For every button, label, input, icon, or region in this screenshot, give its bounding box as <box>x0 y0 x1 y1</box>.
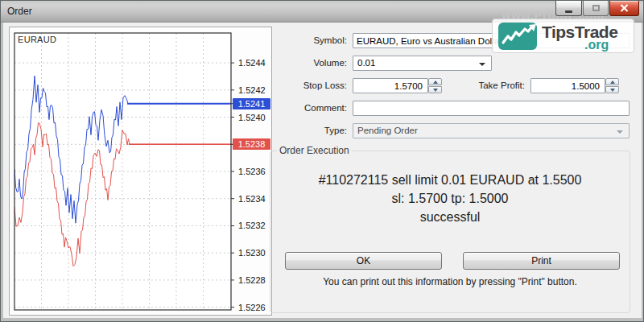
type-label: Type: <box>277 126 347 135</box>
execution-line-2: sl: 1.5700 tp: 1.5000 <box>270 189 630 208</box>
stop-loss-label: Stop Loss: <box>277 80 347 90</box>
comment-field[interactable] <box>353 101 630 116</box>
dialog-body: EURAUD 1.52441.52421.52401.52361.52341.5… <box>3 23 642 318</box>
take-profit-spinner <box>530 78 619 93</box>
brand-suffix: .org <box>584 38 609 52</box>
chevron-down-icon <box>479 63 485 66</box>
close-icon <box>620 4 629 12</box>
order-dialog: Order EURAUD 1.52441.52421.52401.52361.5… <box>0 0 644 322</box>
type-combobox[interactable]: Pending Order <box>353 123 630 138</box>
symbol-label: Symbol: <box>277 35 347 45</box>
group-label: Order Execution <box>277 145 352 156</box>
arrow-up-icon <box>433 80 438 84</box>
ok-button[interactable]: OK <box>285 252 442 270</box>
tipstrade-logo: TipsTrade .org <box>492 19 634 53</box>
chart-arrow-icon <box>498 22 539 51</box>
stop-loss-spinner <box>353 78 442 93</box>
window-title: Order <box>7 6 32 17</box>
arrow-up-icon <box>610 80 615 84</box>
chart-symbol-label: EURAUD <box>18 35 56 44</box>
volume-value: 0.01 <box>357 58 375 68</box>
volume-combobox[interactable]: 0.01 <box>353 56 492 71</box>
maximize-button[interactable] <box>583 1 609 16</box>
tick-chart <box>10 27 271 315</box>
maximize-icon <box>592 5 600 11</box>
stop-loss-decrement-button[interactable] <box>428 86 442 93</box>
close-button[interactable] <box>609 1 639 16</box>
chevron-down-icon <box>617 130 623 134</box>
take-profit-label: Take Profit: <box>454 80 525 90</box>
volume-label: Volume: <box>277 58 347 68</box>
stop-loss-input[interactable] <box>353 78 428 93</box>
take-profit-input[interactable] <box>530 78 605 93</box>
arrow-down-icon <box>610 89 615 92</box>
take-profit-decrement-button[interactable] <box>605 86 619 93</box>
execution-line-1: #110272115 sell limit 0.01 EURAUD at 1.5… <box>270 171 630 189</box>
execution-line-3: successful <box>270 208 630 226</box>
stop-loss-increment-button[interactable] <box>428 78 442 85</box>
take-profit-increment-button[interactable] <box>605 78 619 85</box>
tick-chart-panel: EURAUD 1.52441.52421.52401.52361.52341.5… <box>9 27 272 316</box>
print-button[interactable]: Print <box>463 252 620 270</box>
comment-label: Comment: <box>277 103 347 113</box>
minimize-button[interactable] <box>555 1 582 16</box>
order-execution-group: Order Execution #110272115 sell limit 0.… <box>270 151 630 313</box>
execution-result: #110272115 sell limit 0.01 EURAUD at 1.5… <box>270 171 630 226</box>
arrow-down-icon <box>433 89 438 92</box>
minimize-icon <box>565 10 572 13</box>
print-hint: You can print out this information by pr… <box>270 276 630 287</box>
type-value: Pending Order <box>357 126 418 135</box>
